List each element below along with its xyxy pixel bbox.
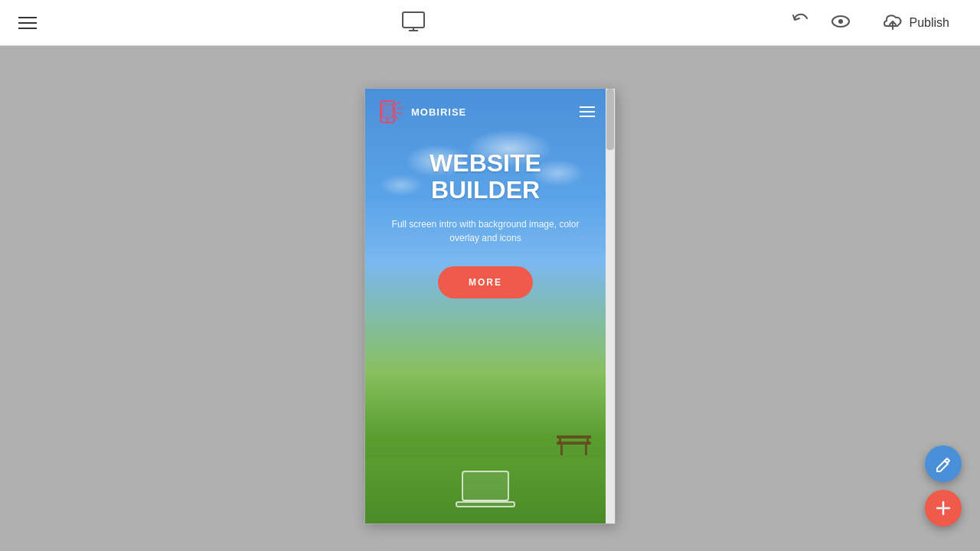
- toolbar: Publish: [0, 0, 980, 46]
- hero-title: WEBSITE BUILDER: [430, 150, 541, 204]
- edit-icon: [935, 455, 952, 472]
- publish-button[interactable]: Publish: [870, 5, 962, 41]
- preview-logo: MOBIRISE: [376, 97, 466, 126]
- svg-line-15: [396, 102, 400, 105]
- fab-add-button[interactable]: [925, 490, 962, 527]
- svg-rect-6: [557, 442, 591, 445]
- svg-rect-11: [586, 438, 589, 445]
- svg-rect-8: [560, 445, 563, 455]
- preview-bottom-section: [365, 458, 606, 523]
- menu-button[interactable]: [18, 17, 37, 29]
- monitor-icon[interactable]: [401, 9, 426, 37]
- svg-rect-0: [403, 12, 424, 28]
- hero-cta-button[interactable]: MORE: [438, 266, 533, 298]
- laptop-outline: [455, 470, 516, 512]
- toolbar-left: [18, 17, 37, 29]
- preview-brand-name: MOBIRISE: [411, 106, 466, 118]
- svg-rect-7: [557, 435, 591, 439]
- preview-frame: WEBSITE BUILDER Full screen intro with b…: [364, 88, 616, 524]
- bench-decoration: [553, 428, 595, 458]
- canvas-area: WEBSITE BUILDER Full screen intro with b…: [0, 46, 980, 551]
- plus-icon: [935, 500, 952, 517]
- svg-line-17: [397, 112, 402, 114]
- svg-rect-20: [456, 502, 514, 507]
- toolbar-right: Publish: [790, 5, 962, 41]
- fab-edit-button[interactable]: [925, 445, 962, 482]
- svg-rect-13: [382, 104, 393, 118]
- hero-subtitle: Full screen intro with background image,…: [365, 217, 606, 245]
- svg-rect-19: [462, 471, 508, 500]
- publish-cloud-icon: [882, 11, 903, 35]
- svg-point-14: [387, 119, 389, 122]
- toolbar-center: [401, 9, 426, 37]
- svg-rect-9: [585, 445, 587, 455]
- svg-rect-10: [559, 438, 561, 445]
- preview-content: WEBSITE BUILDER Full screen intro with b…: [365, 89, 615, 523]
- preview-navbar: MOBIRISE: [365, 89, 606, 135]
- preview-button[interactable]: [830, 11, 851, 35]
- publish-label: Publish: [910, 16, 949, 30]
- undo-button[interactable]: [790, 11, 812, 35]
- svg-point-4: [838, 19, 843, 24]
- mobirise-logo-icon: [376, 97, 405, 126]
- preview-nav-menu[interactable]: [580, 106, 595, 117]
- svg-line-16: [397, 108, 403, 109]
